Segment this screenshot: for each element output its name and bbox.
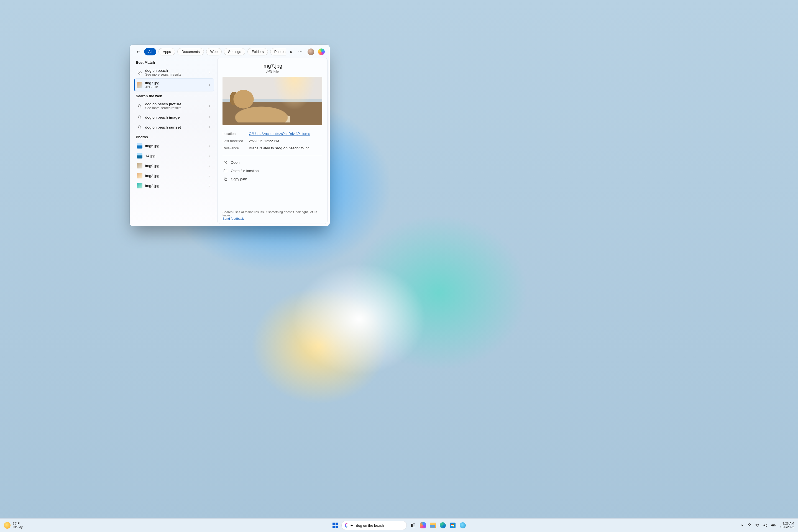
action-open-location-label: Open file location (231, 169, 259, 173)
result-title: dog on beach sunset (145, 125, 205, 129)
result-title: 14.jpg (145, 154, 205, 158)
meta-modified-value: 2/6/2025, 12:22 PM (249, 139, 322, 143)
svg-point-2 (138, 126, 140, 128)
filter-chip-documents[interactable]: Documents (177, 48, 204, 55)
chevron-right-icon (208, 104, 211, 108)
result-title: img9.jpg (145, 164, 205, 168)
filter-chip-all[interactable]: All (144, 48, 156, 55)
user-avatar[interactable] (307, 49, 314, 55)
meta-relevance-label: Relevance (223, 146, 249, 150)
result-title: img3.jpg (145, 174, 205, 178)
preview-image[interactable] (223, 77, 322, 125)
action-copy-path-label: Copy path (231, 177, 247, 181)
web-result-1[interactable]: dog on beach image (134, 112, 214, 122)
meta-location-value[interactable]: C:\Users\zacmendez\OneDrive\Pictures (249, 132, 322, 136)
meta-row-location: Location C:\Users\zacmendez\OneDrive\Pic… (223, 130, 322, 137)
result-subtitle: See more search results (145, 106, 205, 110)
best-match-result-0[interactable]: dog on beachSee more search results (134, 66, 214, 79)
chevron-right-icon (208, 184, 211, 187)
ai-disclaimer-text: Search uses AI to find results. If somet… (223, 210, 317, 217)
copy-icon (223, 177, 227, 181)
result-title: img5.jpg (145, 144, 205, 148)
history-icon (137, 70, 142, 75)
photo-result-0[interactable]: img5.jpg (134, 141, 214, 151)
filter-chip-apps[interactable]: Apps (158, 48, 175, 55)
open-icon (223, 160, 227, 165)
meta-row-relevance: Relevance Image related to "dog on beach… (223, 145, 322, 152)
relevance-query: dog on beach (276, 146, 299, 150)
filter-chip-folders[interactable]: Folders (247, 48, 268, 55)
web-result-2[interactable]: dog on beach sunset (134, 122, 214, 132)
chevron-right-icon (208, 164, 211, 167)
result-title: img7.jpg (145, 81, 205, 85)
chevron-right-icon (208, 83, 211, 87)
result-title: dog on beach image (145, 115, 205, 119)
meta-modified-label: Last modified (223, 139, 249, 143)
filter-chip-web[interactable]: Web (206, 48, 222, 55)
back-button[interactable] (135, 48, 142, 55)
result-title: dog on beach (145, 69, 205, 73)
action-open-location[interactable]: Open file location (223, 167, 322, 175)
relevance-prefix: Image related to " (249, 146, 276, 150)
search-icon (137, 114, 142, 120)
filter-chip-photos[interactable]: Photos (270, 48, 286, 55)
best-match-result-1[interactable]: img7.jpgJPG File (134, 79, 214, 91)
divider (223, 156, 322, 156)
web-result-0[interactable]: dog on beach pictureSee more search resu… (134, 100, 214, 112)
copilot-icon[interactable] (318, 49, 325, 55)
result-subtitle: See more search results (145, 73, 205, 76)
panel-header: /*noop to keep structure readable*/ AllA… (130, 44, 330, 58)
results-column: Best Match dog on beachSee more search r… (134, 58, 214, 224)
folder-icon (223, 169, 227, 173)
action-open[interactable]: Open (223, 158, 322, 167)
section-photos-header: Photos (134, 132, 214, 141)
chevron-right-icon (208, 174, 211, 177)
photo-result-3[interactable]: img3.jpg (134, 171, 214, 180)
preview-pane: img7.jpg JPG File Location C:\Users\zacm… (217, 58, 327, 224)
result-subtitle: JPG File (145, 85, 205, 89)
chevron-right-icon (208, 144, 211, 147)
preview-subtitle: JPG File (223, 70, 322, 73)
photo-result-4[interactable]: img2.jpg (134, 180, 214, 191)
meta-location-label: Location (223, 132, 249, 136)
meta-relevance-value: Image related to "dog on beach" found. (249, 146, 322, 150)
image-thumbnail-icon (137, 163, 142, 169)
chevron-right-icon (208, 71, 211, 74)
image-thumbnail-icon (137, 153, 142, 158)
image-thumbnail-icon (137, 173, 142, 178)
ai-disclaimer: Search uses AI to find results. If somet… (223, 206, 322, 220)
svg-point-0 (138, 104, 140, 107)
photo-result-2[interactable]: img9.jpg (134, 161, 214, 171)
chevron-right-icon (208, 126, 211, 129)
filter-chips: AllAppsDocumentsWebSettingsFoldersPhotos… (144, 48, 286, 55)
image-thumbnail-icon (137, 143, 142, 149)
svg-point-1 (138, 116, 140, 118)
preview-metadata: Location C:\Users\zacmendez\OneDrive\Pic… (223, 130, 322, 152)
action-copy-path[interactable]: Copy path (223, 175, 322, 183)
photo-result-1[interactable]: 14.jpg (134, 151, 214, 161)
start-search-panel: /*noop to keep structure readable*/ AllA… (130, 44, 330, 226)
search-icon (137, 103, 142, 109)
chevron-right-icon (208, 116, 211, 119)
feedback-link[interactable]: Send feedback (223, 217, 244, 220)
preview-title: img7.jpg (223, 63, 322, 69)
image-thumbnail-icon (137, 82, 142, 88)
action-open-label: Open (231, 160, 240, 165)
filters-scroll-right-icon[interactable]: ▶ (288, 50, 294, 54)
relevance-suffix: " found. (299, 146, 310, 150)
chevron-right-icon (208, 154, 211, 157)
section-search-web-header: Search the web (134, 91, 214, 100)
svg-rect-3 (225, 178, 227, 180)
result-title: img2.jpg (145, 184, 205, 188)
section-best-match-header: Best Match (134, 58, 214, 66)
filter-chip-settings[interactable]: Settings (224, 48, 245, 55)
panel-body: Best Match dog on beachSee more search r… (130, 58, 330, 226)
image-thumbnail-icon (137, 183, 142, 188)
search-icon (137, 125, 142, 130)
meta-row-modified: Last modified 2/6/2025, 12:22 PM (223, 137, 322, 145)
more-options-button[interactable]: ⋯ (297, 49, 304, 54)
result-title: dog on beach picture (145, 102, 205, 106)
